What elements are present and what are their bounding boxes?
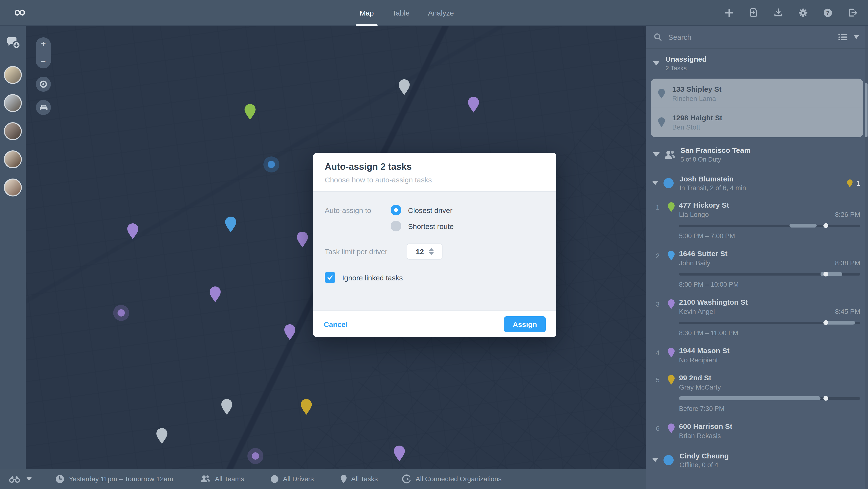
logout-icon[interactable] [848,8,857,18]
time-range-label: Yesterday 11pm – Tomorrow 12am [69,475,173,483]
export-download-icon[interactable] [774,8,783,18]
modal-header: Auto-assign 2 tasks Choose how to auto-a… [313,153,556,192]
map-task-pin[interactable] [297,231,309,248]
traffic-car-button[interactable] [36,100,51,115]
task-pin-icon [668,375,675,385]
map-task-pin[interactable] [209,286,221,303]
map-driver-dot[interactable] [117,309,125,317]
map-task-pin[interactable] [398,79,410,95]
checkbox-checked-icon[interactable] [325,272,335,283]
time-window-slider[interactable] [679,272,860,277]
filter-tasks[interactable]: All Tasks [340,474,378,483]
map-display-options[interactable] [9,475,32,483]
stepper-down-icon[interactable] [429,252,434,255]
cancel-button[interactable]: Cancel [324,320,347,328]
radio-option-shortest-route[interactable]: Shortest route [391,221,454,231]
left-rail [0,26,26,469]
scrollbar-thumb[interactable] [865,83,868,137]
filter-organizations[interactable]: All Connected Organizations [402,474,502,483]
driver-row-josh-blumstein[interactable]: Josh Blumstein In Transit, 2 of 6, 4 min… [646,169,868,197]
map-task-pin[interactable] [467,96,480,113]
driver-avatar[interactable] [4,178,22,197]
assign-button[interactable]: Assign [504,316,546,332]
unassigned-task-row[interactable]: 1298 Haight St Ben Stott [651,108,863,136]
map-zoom-control: + − [36,37,51,68]
new-chat-icon[interactable] [6,36,20,50]
help-icon[interactable]: ? [823,8,833,18]
task-row-5[interactable]: 5 99 2nd St Gray McCarty Before 7:30 PM [646,370,868,419]
filter-time-range[interactable]: Yesterday 11pm – Tomorrow 12am [55,474,173,483]
team-section-header[interactable]: San Francisco Team 5 of 8 On Duty [646,143,868,169]
teams-icon [200,475,211,483]
slider-knob[interactable] [824,320,828,325]
unassigned-title: Unassigned [665,55,707,63]
map-driver-dot[interactable] [268,161,275,168]
driver-avatar[interactable] [4,66,22,84]
map-task-pin[interactable] [221,398,234,415]
stepper-arrows[interactable] [429,248,434,255]
tab-table[interactable]: Table [391,0,410,26]
task-row-1[interactable]: 1 477 Hickory St Lia Longo 8:26 PM 5:00 … [646,197,868,246]
search-input[interactable] [668,33,838,41]
tab-analyze[interactable]: Analyze [427,0,455,26]
slider-knob[interactable] [824,396,828,401]
task-limit-stepper[interactable]: 12 [407,243,442,260]
map-task-pin[interactable] [244,104,256,120]
collapse-triangle-icon[interactable] [652,181,658,185]
zoom-in-button[interactable]: + [41,42,46,47]
badge-pin-icon [846,179,853,188]
unassigned-section-header[interactable]: Unassigned 2 Tasks [646,49,868,78]
driver-avatar[interactable] [4,94,22,112]
task-recipient: Gray McCarty [679,383,860,391]
driver-row-cindy-cheung[interactable]: Cindy Cheung Offline, 0 of 4 [646,446,868,474]
tab-map[interactable]: Map [359,0,375,26]
task-row-2[interactable]: 2 1646 Sutter St John Baily 8:38 PM 8:00… [646,246,868,294]
map-task-pin[interactable] [283,324,296,341]
bottom-filter-bar: Yesterday 11pm – Tomorrow 12am All Teams… [0,469,646,489]
map-task-pin[interactable] [393,445,406,462]
zoom-out-button[interactable]: − [41,59,46,64]
import-tasks-icon[interactable] [749,8,758,18]
filter-drivers[interactable]: All Drivers [271,475,314,483]
sidebar-scrollbar[interactable] [865,26,868,489]
add-task-icon[interactable] [724,8,734,18]
collapse-triangle-icon[interactable] [653,152,660,157]
unassigned-task-row[interactable]: 133 Shipley St Rinchen Lama [651,80,863,108]
task-time-window: 8:00 PM – 10:00 PM [679,281,860,288]
task-row-3[interactable]: 3 2100 Washington St Kevin Angel 8:45 PM… [646,294,868,343]
ignore-linked-tasks-row[interactable]: Ignore linked tasks [325,272,545,283]
radio-option-closest-driver[interactable]: Closest driver [391,205,454,215]
driver-name: Cindy Cheung [680,452,728,460]
task-time-window: 5:00 PM – 7:00 PM [679,232,860,240]
task-sequence-number: 6 [653,422,662,439]
task-row-6[interactable]: 6 600 Harrison St Brian Rekasis [646,419,868,446]
radio-unselected-icon[interactable] [391,221,401,231]
modal-body: Auto-assign to Closest driver Shortest r… [313,192,556,311]
slider-knob[interactable] [824,272,828,277]
task-limit-value: 12 [416,248,424,256]
time-window-slider[interactable] [679,396,860,401]
task-recipient: John Baily [679,259,835,267]
onfleet-logo-infinity-icon[interactable] [11,7,29,19]
map-task-pin[interactable] [300,398,313,415]
sort-dropdown-caret-icon[interactable] [854,35,859,39]
task-row-4[interactable]: 4 1944 Mason St No Recipient [646,343,868,370]
stepper-up-icon[interactable] [429,248,434,251]
driver-avatar[interactable] [4,122,22,140]
time-window-slider[interactable] [679,223,860,228]
radio-selected-icon[interactable] [391,205,401,215]
slider-knob[interactable] [824,223,828,228]
map-task-pin[interactable] [224,216,237,233]
driver-avatar[interactable] [4,150,22,168]
collapse-triangle-icon[interactable] [652,458,658,462]
time-window-slider[interactable] [679,320,860,325]
map-task-pin[interactable] [156,427,168,444]
map-task-pin[interactable] [126,223,139,240]
list-view-icon[interactable] [838,33,848,40]
settings-gear-icon[interactable] [798,8,808,18]
map-controls: + − [36,37,51,115]
map-driver-dot[interactable] [252,452,259,460]
collapse-triangle-icon[interactable] [653,61,660,65]
filter-teams[interactable]: All Teams [200,475,244,483]
locate-button[interactable] [36,77,51,92]
